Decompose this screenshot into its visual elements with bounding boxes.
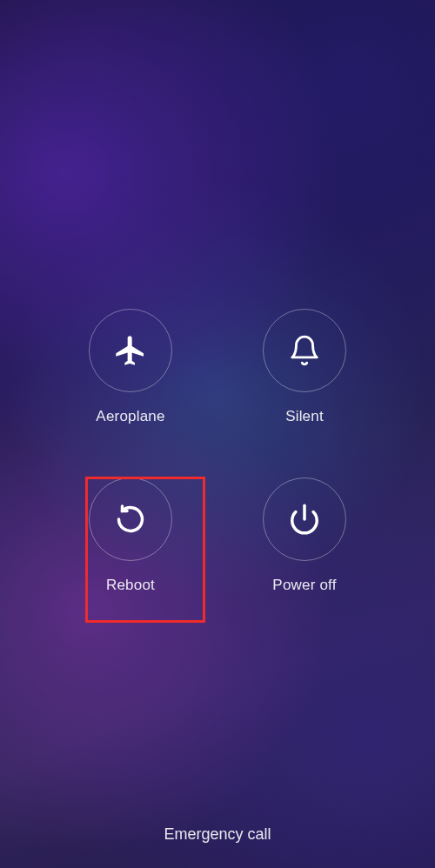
power-options-grid: Aeroplane Silent Reboot: [70, 309, 365, 594]
silent-label: Silent: [285, 408, 324, 425]
reboot-label: Reboot: [106, 577, 155, 594]
reboot-icon: [114, 503, 147, 536]
bell-icon: [288, 334, 321, 367]
power-icon: [288, 503, 321, 536]
emergency-call-link[interactable]: Emergency call: [164, 825, 271, 844]
silent-option[interactable]: Silent: [263, 309, 346, 425]
poweroff-option[interactable]: Power off: [263, 477, 346, 594]
poweroff-label: Power off: [272, 577, 336, 594]
aeroplane-circle: [89, 309, 172, 392]
power-menu-screen: Aeroplane Silent Reboot: [0, 0, 435, 868]
aeroplane-label: Aeroplane: [96, 408, 164, 425]
poweroff-circle: [263, 477, 346, 561]
silent-circle: [263, 309, 346, 392]
reboot-circle: [89, 477, 172, 561]
aeroplane-option[interactable]: Aeroplane: [89, 309, 172, 425]
reboot-option[interactable]: Reboot: [89, 477, 172, 594]
airplane-icon: [113, 333, 148, 368]
